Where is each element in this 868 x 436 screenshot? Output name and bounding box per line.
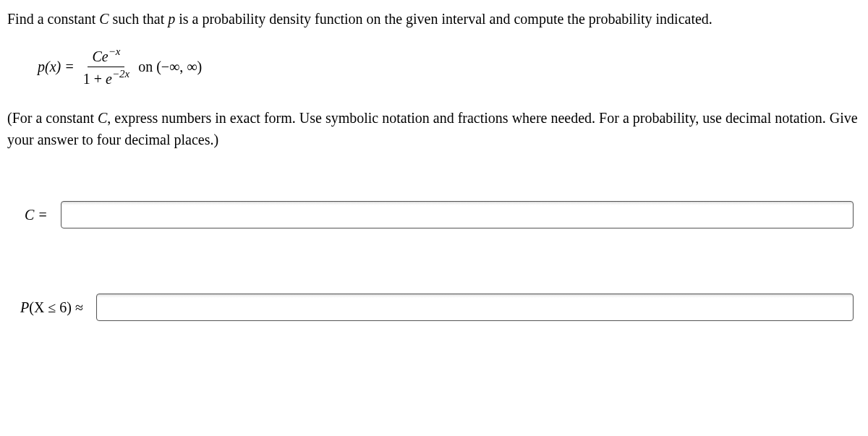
answer-row-C: C = bbox=[7, 201, 861, 228]
answer-input-P[interactable] bbox=[96, 294, 854, 321]
hint-text: (For a constant C, express numbers in ex… bbox=[7, 107, 861, 150]
answer-label-P: P(X ≤ 6) ≈ bbox=[20, 299, 83, 316]
den-e: e bbox=[106, 70, 112, 86]
var-C: C bbox=[99, 11, 109, 27]
hint-part1: (For a constant bbox=[7, 110, 98, 126]
formula-lhs: p(x) = bbox=[38, 59, 75, 75]
num-e: e bbox=[102, 48, 109, 64]
fraction-numerator: Ce−x bbox=[88, 46, 124, 67]
statement-text-1: Find a constant bbox=[7, 11, 99, 27]
statement-text-2: such that bbox=[109, 11, 169, 27]
hint-part2: , express numbers in exact form. Use sym… bbox=[7, 110, 858, 148]
formula-interval: on (−∞, ∞) bbox=[138, 59, 202, 75]
label-P-var: P bbox=[20, 299, 29, 315]
answer-label-C: C = bbox=[25, 207, 48, 223]
fraction-denominator: 1 + e−2x bbox=[79, 67, 134, 87]
den-exp: −2x bbox=[112, 68, 129, 80]
answer-input-C[interactable] bbox=[61, 201, 854, 228]
var-p: p bbox=[168, 11, 175, 27]
label-P-rest: (X ≤ 6) ≈ bbox=[29, 299, 83, 315]
den-part1: 1 + bbox=[83, 70, 106, 86]
formula: p(x) = Ce−x 1 + e−2x on (−∞, ∞) bbox=[38, 46, 861, 87]
answer-row-P: P(X ≤ 6) ≈ bbox=[7, 294, 861, 321]
statement-text-3: is a probability density function on the… bbox=[175, 11, 712, 27]
formula-fraction: Ce−x 1 + e−2x bbox=[79, 46, 134, 87]
problem-statement: Find a constant C such that p is a proba… bbox=[7, 9, 861, 29]
hint-var-C: C bbox=[98, 110, 107, 126]
num-exp: −x bbox=[109, 46, 121, 57]
num-C: C bbox=[92, 48, 101, 64]
